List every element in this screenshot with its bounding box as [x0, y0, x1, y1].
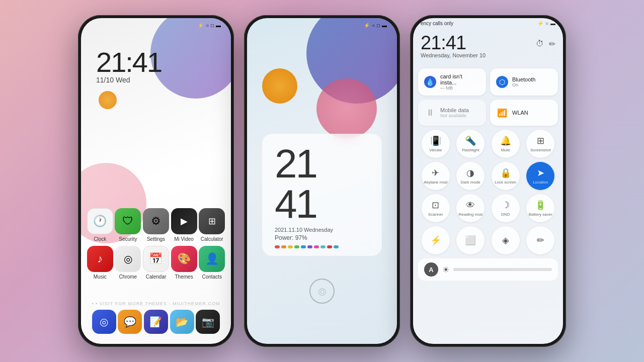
app-contacts[interactable]: 👤 Contacts: [199, 246, 225, 280]
calendar-label: Calendar: [146, 274, 167, 280]
mivideo-label: Mi Video: [174, 236, 194, 242]
dnd-btn[interactable]: ☽ DND: [492, 194, 520, 222]
screenshot-btn[interactable]: ⊞ Screenshot: [526, 130, 554, 158]
watermark-text: • • VISIT FOR MORE THEMES - MIUITHEMER.C…: [81, 301, 231, 306]
app-settings[interactable]: ⚙ Settings: [143, 208, 169, 242]
phone2-hours: 21: [275, 141, 316, 186]
wlan-card[interactable]: 📶 WLAN: [490, 100, 558, 126]
phone2-blob-pink: [316, 78, 377, 139]
darkmode-label: Dark mode: [461, 180, 480, 185]
data-card-icon: 💧: [424, 76, 436, 88]
settings-icon-img: ⚙: [143, 208, 169, 234]
contacts-icon-img: 👤: [199, 246, 225, 272]
phone3-sc-icon: ○: [545, 21, 548, 26]
dock-camera[interactable]: 📷: [196, 310, 220, 334]
phone2-widget-time: 21 41: [275, 144, 369, 224]
phone1-clock: 21:41 11/10 Wed: [96, 46, 162, 84]
flashlight-label: Flashlight: [462, 148, 479, 152]
dnd-label: DND: [501, 212, 510, 217]
wlan-title: WLAN: [512, 110, 528, 116]
ctrl-row-btns1: 📳 Vibrate 🔦 Flashlight 🔔 Mute ⊞ Screensh…: [418, 130, 558, 158]
battery-saver-btn[interactable]: 🔋 Battery saver: [526, 194, 554, 222]
app-security[interactable]: 🛡 Security: [115, 208, 141, 242]
phone3-screen: ency calls only ⚡ ○ ▬ 21:41 Wednesday, N…: [413, 18, 563, 344]
app-calculator[interactable]: ⊞ Calculator: [199, 208, 225, 242]
brightness-icon: ☀: [442, 265, 449, 275]
data-card-sub: — MB: [440, 85, 480, 90]
lockscreen-btn[interactable]: 🔒 Lock screen: [492, 162, 520, 190]
auto-brightness-icon[interactable]: A: [424, 262, 438, 277]
timer-icon[interactable]: ⏱: [536, 39, 544, 49]
dot-darkred: [327, 245, 332, 248]
app-chrome[interactable]: ◎ Chrome: [115, 246, 141, 280]
app-mivideo[interactable]: ▶ Mi Video: [171, 208, 197, 242]
dock-compass[interactable]: ◎: [92, 310, 116, 334]
phone1-status-bar: ⚡ ○ □ ▬: [81, 18, 231, 32]
phone2-screen: ⚡ ○ □ ▬ 21 41 2021.11.10 Wednesday Power…: [247, 18, 397, 344]
airplane-btn[interactable]: ✈ Airplane mod: [422, 162, 450, 190]
airplane-icon: ✈: [432, 167, 439, 178]
brightness-control[interactable]: A ☀: [418, 258, 558, 281]
bluetooth-card[interactable]: ⬡ Bluetooth On: [490, 68, 558, 96]
scanner-btn[interactable]: ⊡ Scanner: [422, 194, 450, 222]
mute-btn[interactable]: 🔔 Mute: [492, 130, 520, 158]
phone-2: ⚡ ○ □ ▬ 21 41 2021.11.10 Wednesday Power…: [244, 15, 400, 347]
dot-yellow: [288, 245, 293, 248]
security-icon-img: 🛡: [115, 208, 141, 234]
flashlight-icon: 🔦: [465, 135, 476, 146]
location-btn[interactable]: ➤ Location: [526, 162, 554, 190]
app-row-1: 🕐 Clock 🛡 Security ⚙ Settings ▶ Mi Video…: [86, 208, 226, 242]
phone3-date: Wednesday, November 10: [421, 52, 486, 58]
themes-label: Themes: [175, 274, 193, 280]
brightness-bar[interactable]: [453, 268, 552, 271]
mobile-data-card[interactable]: ⏸ Mobile data Not available: [418, 100, 486, 126]
battery-saver-label: Battery saver: [529, 212, 552, 217]
music-icon-img: ♪: [87, 246, 113, 272]
quick-btn3[interactable]: ◈: [492, 226, 520, 254]
dock-notes[interactable]: 📝: [144, 310, 168, 334]
phone2-alarm-icon: ○: [372, 23, 375, 28]
mobile-data-sub: Not available: [440, 113, 469, 118]
quick-btn4[interactable]: ✏: [526, 226, 554, 254]
quick-btn2[interactable]: ⬜: [456, 226, 485, 254]
wlan-text: WLAN: [512, 110, 528, 116]
screenshot-label: Screenshot: [530, 148, 550, 152]
phone2-status-icons: ⚡ ○ □ ▬: [364, 23, 387, 28]
security-label: Security: [119, 236, 137, 242]
music-label: Music: [94, 274, 107, 280]
scanner-label: Scanner: [428, 212, 443, 217]
clock-icon-img: 🕐: [87, 208, 113, 234]
mute-label: Mute: [501, 148, 510, 152]
phone2-minutes: 41: [275, 182, 316, 226]
quick-btn1[interactable]: ⚡: [422, 226, 450, 254]
phone3-bt-icon: ⚡: [537, 21, 543, 26]
app-row-2: ♪ Music ◎ Chrome 📅 Calendar 🎨 Themes 👤: [86, 246, 226, 280]
screenshot-icon: □: [211, 23, 214, 28]
app-themes[interactable]: 🎨 Themes: [171, 246, 197, 280]
app-calendar[interactable]: 📅 Calendar: [143, 246, 169, 280]
data-card-title: card isn't insta...: [440, 73, 480, 85]
settings-label: Settings: [147, 236, 165, 242]
vibrate-btn[interactable]: 📳 Vibrate: [422, 130, 450, 158]
edit-icon[interactable]: ✏: [549, 39, 555, 49]
app-music[interactable]: ♪ Music: [87, 246, 113, 280]
quick-btn1-icon: ⚡: [430, 235, 441, 246]
bluetooth-card-icon: ⬡: [496, 76, 508, 88]
phone3-edit-icons: ⏱ ✏: [536, 39, 555, 49]
mute-icon: 🔔: [500, 135, 511, 146]
reading-icon: 👁: [466, 200, 475, 211]
bluetooth-icon: ⚡: [198, 23, 204, 28]
reading-label: Reading mod: [458, 212, 482, 217]
darkmode-btn[interactable]: ◑ Dark mode: [456, 162, 485, 190]
lockscreen-label: Lock screen: [495, 180, 516, 185]
data-card[interactable]: 💧 card isn't insta... — MB: [418, 68, 486, 96]
reading-btn[interactable]: 👁 Reading mod: [456, 194, 485, 222]
app-clock[interactable]: 🕐 Clock: [87, 208, 113, 242]
dock-files[interactable]: 📂: [170, 310, 194, 334]
flashlight-btn[interactable]: 🔦 Flashlight: [456, 130, 485, 158]
chrome-label: Chrome: [119, 274, 137, 280]
calendar-icon-img: 📅: [143, 246, 169, 272]
fingerprint-sensor[interactable]: ⌾: [309, 279, 335, 304]
dock-messages[interactable]: 💬: [118, 310, 142, 334]
ctrl-row-btns2: ✈ Airplane mod ◑ Dark mode 🔒 Lock screen…: [418, 162, 558, 190]
